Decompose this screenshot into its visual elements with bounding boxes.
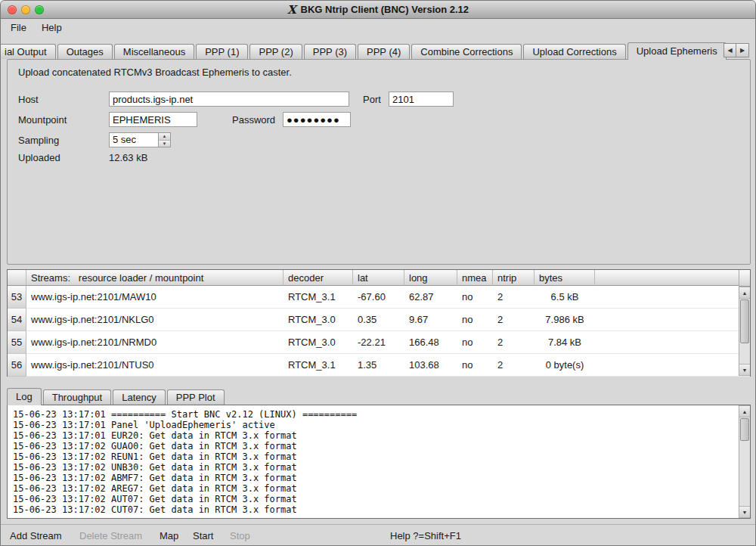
row-number: 55	[8, 331, 26, 354]
cell-decoder: RTCM_3.0	[284, 331, 353, 354]
port-input[interactable]	[389, 92, 454, 107]
tab-throughput[interactable]: Throughput	[43, 389, 112, 405]
tab-ppp-2[interactable]: PPP (2)	[249, 44, 302, 59]
cell-long: 166.48	[404, 331, 457, 354]
cell-lat: -22.21	[353, 331, 404, 354]
tab-upload-corrections[interactable]: Upload Corrections	[523, 44, 625, 59]
add-stream-button[interactable]: Add Stream	[10, 525, 62, 546]
cell-ntrip: 2	[493, 331, 534, 354]
cell-stream: www.igs-ip.net:2101/NRMD0	[26, 331, 284, 354]
tab-ppp-plot[interactable]: PPP Plot	[167, 389, 225, 405]
window-title: BKG Ntrip Client (BNC) Version 2.12	[301, 4, 469, 15]
tab-outages[interactable]: Outages	[57, 44, 113, 59]
column-header-lat: lat	[353, 270, 404, 286]
log-line: 15-06-23 13:17:02 AUT07: Get data in RTC…	[13, 494, 736, 504]
cell-stream: www.igs-ip.net:2101/NKLG0	[26, 309, 284, 331]
log-line: 15-06-23 13:17:02 AREG7: Get data in RTC…	[13, 483, 736, 494]
scroll-up-icon[interactable]: ▲	[739, 405, 750, 417]
scrollbar-track[interactable]	[739, 442, 750, 506]
row-number: 56	[8, 354, 26, 377]
titlebar[interactable]: X BKG Ntrip Client (BNC) Version 2.12	[1, 1, 755, 19]
cell-long: 62.87	[404, 286, 457, 309]
scroll-down-icon[interactable]: ▼	[739, 506, 750, 518]
spin-down-icon[interactable]: ▼	[159, 140, 170, 147]
tab-ppp-3[interactable]: PPP (3)	[304, 44, 356, 59]
scrollbar-track[interactable]	[739, 344, 750, 364]
tab-scroll-left-icon[interactable]: ◀	[723, 43, 736, 57]
tab-log[interactable]: Log	[7, 388, 42, 405]
map-button[interactable]: Map	[160, 525, 178, 546]
sampling-spinbox[interactable]: 5 sec ▲ ▼	[109, 132, 171, 147]
tab-serial-output[interactable]: ial Output	[1, 44, 56, 59]
tab-scroll-right-icon[interactable]: ▶	[736, 43, 749, 57]
cell-lat: -67.60	[353, 286, 404, 309]
password-input[interactable]	[283, 112, 351, 127]
cell-decoder: RTCM_3.0	[284, 309, 353, 331]
sampling-spin-buttons: ▲ ▼	[158, 133, 170, 147]
log-line: 15-06-23 13:17:01 ========== Start BNC v…	[13, 409, 736, 420]
upload-ephemeris-panel: Upload concatenated RTCMv3 Broadcast Eph…	[7, 59, 751, 265]
column-header-nmea: nmea	[457, 270, 493, 286]
tab-miscellaneous[interactable]: Miscellaneous	[114, 44, 194, 59]
log-panel[interactable]: 15-06-23 13:17:01 ========== Start BNC v…	[7, 405, 751, 519]
cell-ntrip: 2	[493, 286, 534, 309]
cell-bytes: 6.5 kB	[534, 286, 595, 309]
start-button[interactable]: Start	[193, 525, 213, 546]
column-header-decoder: decoder	[284, 270, 353, 286]
cell-nmea: no	[457, 354, 493, 377]
cell-nmea: no	[457, 331, 493, 354]
panel-description: Upload concatenated RTCMv3 Broadcast Eph…	[18, 67, 292, 78]
spin-up-icon[interactable]: ▲	[159, 133, 170, 140]
menu-file[interactable]: File	[7, 20, 30, 35]
log-line: 15-06-23 13:17:02 REUN1: Get data in RTC…	[13, 451, 736, 462]
mountpoint-input[interactable]	[109, 112, 197, 127]
log-text: 15-06-23 13:17:01 ========== Start BNC v…	[8, 406, 738, 517]
scrollbar-thumb[interactable]	[740, 418, 749, 441]
cell-long: 103.68	[404, 354, 457, 377]
cell-decoder: RTCM_3.1	[284, 286, 353, 309]
streams-table: Streams: resource loader / mountpoint de…	[7, 269, 751, 377]
log-line: 15-06-23 13:17:02 ABMF7: Get data in RTC…	[13, 473, 736, 483]
scrollbar-corner	[739, 270, 750, 287]
tab-upload-ephemeris[interactable]: Upload Ephemeris	[627, 42, 727, 60]
port-label: Port	[363, 94, 381, 105]
log-line: 15-06-23 13:17:02 GUAO0: Get data in RTC…	[13, 441, 736, 451]
log-line: 15-06-23 13:17:01 Panel 'UploadEphemeris…	[13, 420, 736, 430]
cell-bytes: 7.84 kB	[534, 331, 595, 354]
mountpoint-label: Mountpoint	[18, 114, 67, 126]
cell-bytes: 7.986 kB	[534, 309, 595, 331]
top-tabbar: ial Output Outages Miscellaneous PPP (1)…	[1, 42, 755, 59]
column-header-streams: Streams: resource loader / mountpoint	[26, 270, 284, 286]
tab-latency[interactable]: Latency	[113, 389, 166, 405]
uploaded-label: Uploaded	[18, 152, 60, 163]
log-line: 15-06-23 13:17:01 EUR20: Get data in RTC…	[13, 430, 736, 441]
streams-scrollbar[interactable]: ▲ ▼	[739, 270, 750, 376]
cell-lat: 1.35	[353, 354, 404, 377]
scroll-up-icon[interactable]: ▲	[739, 287, 750, 299]
cell-filler	[595, 286, 750, 309]
log-scrollbar[interactable]: ▲ ▼	[739, 405, 750, 518]
password-label: Password	[232, 114, 275, 126]
tab-ppp-1[interactable]: PPP (1)	[196, 44, 248, 59]
tab-ppp-4[interactable]: PPP (4)	[358, 44, 410, 59]
cell-lat: 0.35	[353, 309, 404, 331]
cell-filler	[595, 331, 750, 354]
menubar: File Help	[1, 19, 755, 36]
cell-ntrip: 2	[493, 309, 534, 331]
tab-combine-corrections[interactable]: Combine Corrections	[411, 44, 522, 59]
menu-help[interactable]: Help	[38, 20, 66, 35]
host-input[interactable]	[109, 92, 349, 107]
sampling-label: Sampling	[18, 135, 59, 146]
cell-filler	[595, 309, 750, 331]
row-number: 53	[8, 286, 26, 309]
host-label: Host	[18, 94, 39, 105]
uploaded-value: 12.63 kB	[109, 152, 147, 163]
scrollbar-thumb[interactable]	[740, 299, 749, 343]
cell-stream: www.igs-ip.net:2101/MAW10	[26, 286, 284, 309]
app-window: X BKG Ntrip Client (BNC) Version 2.12 Fi…	[0, 0, 756, 546]
row-number: 54	[8, 309, 26, 331]
scroll-down-icon[interactable]: ▼	[739, 364, 750, 376]
statusbar: Add Stream Delete Stream Map Start Stop …	[1, 524, 755, 546]
cell-filler	[595, 354, 750, 377]
cell-long: 9.67	[404, 309, 457, 331]
